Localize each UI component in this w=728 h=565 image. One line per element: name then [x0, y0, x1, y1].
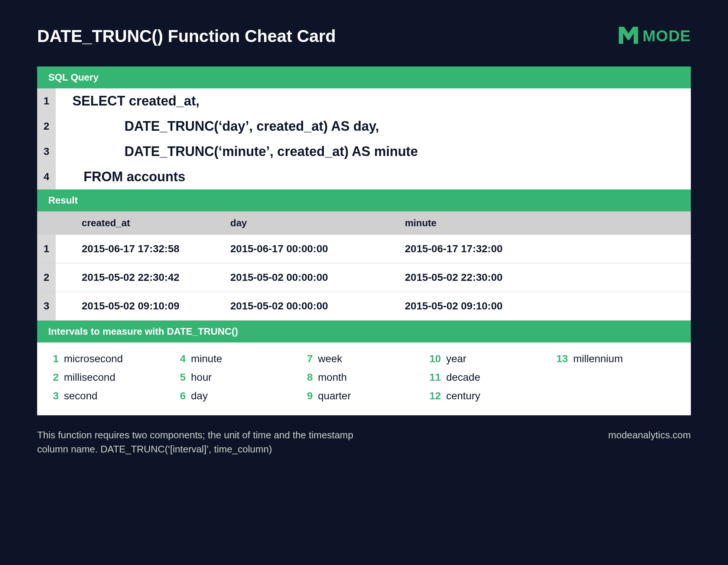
row-number-blank [37, 211, 56, 235]
item-label: millisecond [64, 371, 116, 383]
column-header: created_at [56, 211, 227, 235]
item-label: month [318, 371, 347, 383]
mode-icon [619, 27, 638, 45]
line-number: 3 [37, 139, 56, 164]
item-label: hour [191, 371, 212, 383]
brand-logo: MODE [619, 27, 691, 45]
list-item: 4minute [175, 353, 299, 365]
item-label: minute [191, 353, 222, 365]
cell: 2015-05-02 00:00:00 [227, 292, 401, 320]
column-header: minute [401, 211, 691, 235]
cell: 2015-06-17 17:32:58 [56, 235, 227, 263]
table-row: 3 2015-05-02 09:10:09 2015-05-02 00:00:0… [37, 292, 691, 321]
sql-block: 1 SELECT created_at, 2 DATE_TRUNC(‘day’,… [37, 88, 691, 189]
item-number: 9 [302, 390, 313, 402]
item-label: week [318, 353, 342, 365]
cheat-card: SQL Query 1 SELECT created_at, 2 DATE_TR… [37, 66, 691, 415]
item-label: second [64, 390, 97, 402]
cell: 2015-05-02 22:30:42 [56, 263, 227, 292]
list-item: 9quarter [302, 390, 426, 402]
cell: 2015-06-17 17:32:00 [401, 235, 691, 263]
row-number: 1 [37, 235, 56, 263]
footer-site: modeanalytics.com [608, 428, 691, 456]
item-number: 12 [429, 390, 441, 402]
list-item: 8month [302, 371, 426, 383]
item-number: 10 [429, 353, 441, 365]
sql-line: 4 FROM accounts [37, 164, 691, 189]
cell: 2015-05-02 22:30:00 [401, 263, 691, 292]
sql-line: 2 DATE_TRUNC(‘day’, created_at) AS day, [37, 114, 691, 139]
item-label: year [446, 353, 466, 365]
item-number: 5 [175, 371, 186, 383]
cell: 2015-06-17 00:00:00 [227, 235, 401, 263]
sql-code: DATE_TRUNC(‘day’, created_at) AS day, [56, 118, 379, 134]
list-item: 10year [429, 353, 553, 365]
item-label: microsecond [64, 353, 123, 365]
item-number: 7 [302, 353, 313, 365]
item-label: quarter [318, 390, 351, 402]
item-number: 8 [302, 371, 313, 383]
brand-name: MODE [643, 27, 691, 45]
footer-note: This function requires two components; t… [37, 428, 371, 456]
item-number: 3 [48, 390, 59, 402]
item-label: decade [446, 371, 480, 383]
header: DATE_TRUNC() Function Cheat Card MODE [37, 26, 691, 46]
cell: 2015-05-02 09:10:00 [401, 292, 691, 320]
list-item: 2millisecond [48, 371, 172, 383]
result-header-row: created_at day minute [37, 211, 691, 235]
list-item: 6day [175, 390, 299, 402]
sql-code: DATE_TRUNC(‘minute’, created_at) AS minu… [56, 144, 418, 159]
list-item: 12century [429, 390, 553, 402]
item-number: 4 [175, 353, 186, 365]
page-title: DATE_TRUNC() Function Cheat Card [37, 26, 336, 46]
result-section-header: Result [37, 189, 691, 211]
line-number: 4 [37, 164, 56, 189]
list-item: 7week [302, 353, 426, 365]
sql-section-header: SQL Query [37, 66, 691, 88]
list-item: 3second [48, 390, 172, 402]
cell: 2015-05-02 09:10:09 [56, 292, 227, 320]
list-item: 13millennium [556, 353, 680, 365]
item-number: 11 [429, 371, 441, 383]
sql-code: FROM accounts [56, 169, 185, 185]
item-number: 13 [556, 353, 568, 365]
item-label: millennium [573, 353, 623, 365]
sql-line: 1 SELECT created_at, [37, 88, 691, 114]
row-number: 2 [37, 263, 56, 292]
table-row: 1 2015-06-17 17:32:58 2015-06-17 00:00:0… [37, 235, 691, 263]
line-number: 1 [37, 88, 56, 114]
intervals-grid: 1microsecond 2millisecond 3second 4minut… [37, 342, 691, 415]
column-header: day [227, 211, 401, 235]
item-label: century [446, 390, 480, 402]
item-number: 1 [48, 353, 59, 365]
item-number: 6 [175, 390, 186, 402]
list-item: 5hour [175, 371, 299, 383]
sql-code: SELECT created_at, [56, 93, 199, 109]
item-number: 2 [48, 371, 59, 383]
footer: This function requires two components; t… [37, 428, 691, 456]
row-number: 3 [37, 292, 56, 320]
cell: 2015-05-02 00:00:00 [227, 263, 401, 292]
sql-line: 3 DATE_TRUNC(‘minute’, created_at) AS mi… [37, 139, 691, 164]
line-number: 2 [37, 114, 56, 139]
list-item: 11decade [429, 371, 553, 383]
list-item: 1microsecond [48, 353, 172, 365]
table-row: 2 2015-05-02 22:30:42 2015-05-02 00:00:0… [37, 263, 691, 292]
item-label: day [191, 390, 208, 402]
intervals-section-header: Intervals to measure with DATE_TRUNC() [37, 321, 691, 342]
